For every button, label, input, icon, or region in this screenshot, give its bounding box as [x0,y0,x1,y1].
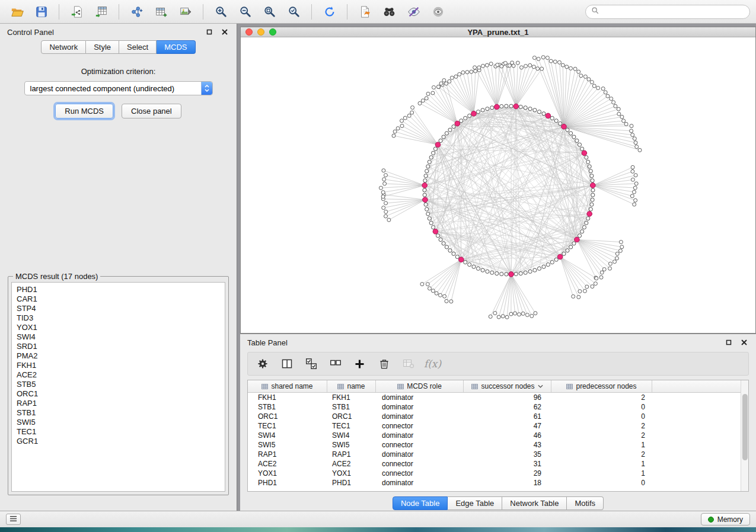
mcds-result-item[interactable]: FKH1 [12,361,225,370]
new-network-button[interactable] [126,2,148,21]
zoom-selected-button[interactable] [283,2,305,21]
mcds-result-item[interactable]: STP4 [12,304,225,313]
table-row[interactable]: ACE2ACE2connector311 [248,459,748,469]
search-input[interactable] [602,8,744,16]
table-row[interactable]: SWI5SWI5connector431 [248,440,748,450]
mcds-result-item[interactable]: YOX1 [12,323,225,332]
table-row[interactable]: TEC1TEC1connector472 [248,421,748,431]
control-panel-title: Control Panel [7,28,54,37]
find-button[interactable] [378,2,400,21]
import-table-button[interactable] [90,2,112,21]
float-table-panel-button[interactable] [724,338,733,347]
toolbar-separator [347,4,347,20]
column-header-name[interactable]: name [327,380,376,392]
mcds-result-item[interactable]: STB1 [12,408,225,418]
tab-edge-table[interactable]: Edge Table [448,496,502,510]
export-image-button[interactable] [174,2,196,21]
cell-successor-nodes: 47 [464,422,551,430]
close-panel-button-mcds[interactable]: Close panel [122,104,181,118]
mcds-result-item[interactable]: CAR1 [12,294,225,304]
columns-icon [281,358,293,370]
zoom-fit-button[interactable] [259,2,280,21]
float-icon [206,28,212,37]
cell-name: SWI4 [327,431,376,440]
status-menu-button[interactable] [6,514,21,525]
table-row[interactable]: FKH1FKH1dominator962 [248,393,748,402]
tab-select[interactable]: Select [119,40,157,54]
deselect-all-icon [329,357,342,370]
deselect-all-button[interactable] [326,354,345,373]
maximize-window-button[interactable] [269,28,276,36]
column-header-shared-name[interactable]: shared name [248,380,327,392]
search-icon [591,7,599,17]
column-header-MCDS-role[interactable]: MCDS role [376,380,464,392]
mcds-result-item[interactable]: RAP1 [12,399,225,408]
new-table-button[interactable] [150,2,172,21]
cell-shared-name: RAP1 [248,450,327,459]
cell-shared-name: ACE2 [248,460,327,468]
memory-button[interactable]: Memory [701,513,750,525]
search-box[interactable] [585,5,750,19]
table-row[interactable]: STB1STB1dominator620 [248,402,748,412]
minimize-window-button[interactable] [257,28,264,36]
mcds-result-item[interactable]: STB5 [12,380,225,389]
table-body: FKH1FKH1dominator962STB1STB1dominator620… [248,393,748,488]
tab-motifs[interactable]: Motifs [567,496,604,510]
close-window-button[interactable] [245,28,253,36]
save-button[interactable] [30,2,52,21]
style-preview-button[interactable] [403,2,425,21]
mcds-result-item[interactable]: SWI5 [12,418,225,427]
chevron-up-icon [205,85,209,88]
columns-button[interactable] [277,354,296,373]
show-hide-button[interactable] [427,2,449,21]
scrollbar-thumb[interactable] [742,394,748,460]
fx-button: f(x) [423,354,442,373]
zoom-selected-icon [288,5,301,18]
table-row[interactable]: SWI4SWI4dominator462 [248,431,748,440]
mcds-result-item[interactable]: TEC1 [12,427,225,437]
close-table-panel-button[interactable] [739,338,749,347]
table-row[interactable]: RAP1RAP1dominator352 [248,450,748,459]
mcds-result-item[interactable]: ORC1 [12,389,225,399]
mcds-result-item[interactable]: ACE2 [12,370,225,380]
cell-name: YOX1 [327,469,376,477]
table-row[interactable]: ORC1ORC1dominator610 [248,412,748,421]
share-document-button[interactable] [354,2,376,21]
run-mcds-button[interactable]: Run MCDS [55,104,113,118]
column-header-predecessor-nodes[interactable]: predecessor nodes [551,380,652,392]
refresh-network-button[interactable] [318,2,340,21]
add-row-button[interactable] [350,354,369,373]
tab-node-table[interactable]: Node Table [393,496,448,510]
new-table-icon [155,5,168,18]
close-panel-button[interactable] [220,27,229,37]
gear-button[interactable] [253,354,272,373]
network-window-titlebar[interactable]: YPA_prune.txt_1 [241,27,755,37]
mcds-result-item[interactable]: GCR1 [12,437,225,446]
table-row[interactable]: PHD1PHD1dominator180 [248,478,748,488]
zoom-in-button[interactable] [210,2,232,21]
tab-style[interactable]: Style [86,40,119,54]
mcds-result-item[interactable]: SRD1 [12,342,225,351]
optimization-criterion-select[interactable]: largest connected component (undirected) [24,81,213,95]
table-scrollbar[interactable] [741,380,748,491]
mcds-result-title: MCDS result (17 nodes) [13,272,100,281]
import-network-button[interactable] [66,2,88,21]
cell-name: ACE2 [327,460,376,468]
mcds-result-list[interactable]: PHD1CAR1STP4TID3YOX1SWI4SRD1PMA2FKH1ACE2… [11,282,225,492]
select-all-button[interactable] [301,354,321,373]
mcds-result-item[interactable]: PHD1 [12,285,225,294]
delete-row-button[interactable] [374,354,394,373]
mcds-result-item[interactable]: PMA2 [12,351,225,361]
table-row[interactable]: YOX1YOX1connector291 [248,469,748,478]
zoom-out-button[interactable] [234,2,256,21]
tab-network-table[interactable]: Network Table [502,496,567,510]
tab-network[interactable]: Network [41,40,86,54]
mcds-result-item[interactable]: SWI4 [12,332,225,342]
network-canvas[interactable] [241,37,755,333]
float-panel-button[interactable] [205,27,214,37]
column-header-successor-nodes[interactable]: successor nodes [464,380,551,392]
cell-MCDS-role: dominator [376,431,464,440]
tab-mcds[interactable]: MCDS [157,40,195,54]
mcds-result-item[interactable]: TID3 [12,313,225,323]
open-file-button[interactable] [6,2,28,21]
